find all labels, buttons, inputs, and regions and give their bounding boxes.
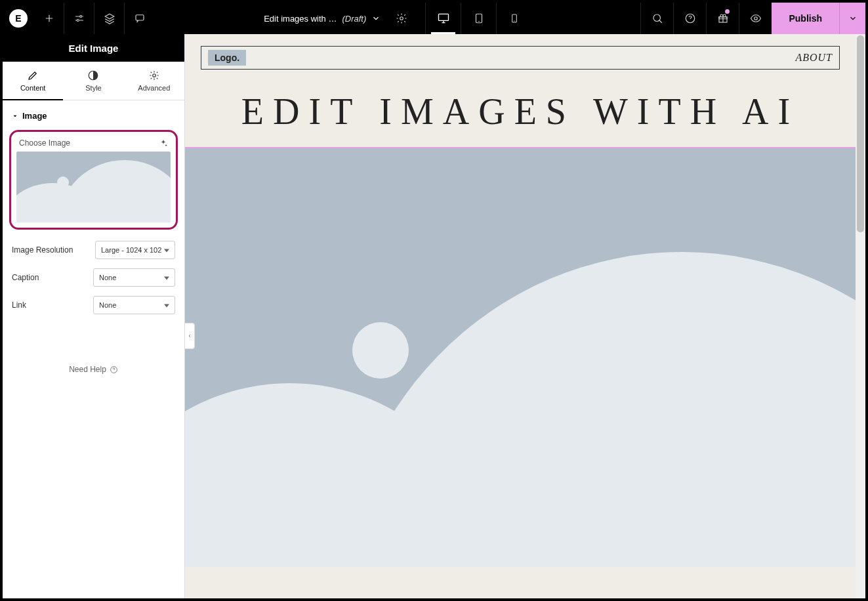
link-select[interactable]: None [93,296,175,314]
notes-button[interactable] [125,3,155,34]
image-widget[interactable] [185,147,856,567]
gear-icon [148,70,160,81]
help-icon [684,12,696,24]
resolution-select[interactable]: Large - 1024 x 102 [95,241,175,259]
canvas[interactable]: Logo. ABOUT EDIT IMAGES WITH AI [185,34,856,598]
sidebar-header: Edit Image [3,34,184,62]
chevron-left-icon [187,333,192,339]
hero-title[interactable]: EDIT IMAGES WITH AI [185,91,856,133]
mobile-icon [509,13,520,24]
plus-icon [43,12,55,24]
page-title: Edit images with … [264,14,337,24]
choose-image-label: Choose Image [19,138,70,148]
device-desktop[interactable] [425,3,461,34]
search-icon [651,12,663,24]
settings-button[interactable] [64,3,94,34]
svg-point-0 [79,16,81,18]
publish-button[interactable]: Publish [772,3,839,34]
preview-button[interactable] [739,3,772,34]
image-placeholder[interactable] [16,152,171,222]
chevron-down-icon [371,14,381,23]
chat-icon [134,12,146,24]
sliders-icon [73,12,85,24]
publish-options[interactable] [839,3,865,34]
about-link[interactable]: ABOUT [795,52,833,64]
caption-label: Caption [12,273,93,282]
page-title-group[interactable]: Edit images with … (Draft) [264,14,381,24]
collapse-sidebar-handle[interactable] [185,323,195,349]
gear-icon [396,12,407,24]
resolution-label: Image Resolution [12,245,95,255]
svg-point-1 [77,20,79,22]
tab-advanced[interactable]: Advanced [124,62,184,100]
tablet-icon [473,12,485,24]
desktop-icon [437,12,450,25]
need-help-link[interactable]: Need Help [3,365,184,374]
tab-content[interactable]: Content [3,62,63,100]
pencil-icon [27,70,39,81]
svg-point-7 [653,14,661,22]
device-tablet[interactable] [461,3,496,34]
scrollbar[interactable] [856,34,865,598]
section-image-header[interactable]: Image [12,111,175,121]
add-button[interactable] [34,3,64,34]
contrast-icon [87,70,99,81]
draft-label: (Draft) [342,14,366,24]
structure-button[interactable] [94,3,125,34]
ai-sparkle-icon[interactable] [159,138,168,148]
help-icon [110,365,118,374]
page-settings-button[interactable] [386,3,417,34]
sidebar-tabs: Content Style Advanced [3,62,184,100]
site-logo[interactable]: Logo. [208,50,246,66]
eye-icon [750,12,762,24]
svg-point-3 [400,17,403,20]
link-label: Link [12,300,93,310]
svg-rect-4 [438,14,448,20]
svg-rect-2 [136,15,144,20]
svg-point-12 [153,74,156,77]
elementor-logo[interactable]: E [3,3,34,34]
layers-icon [104,12,115,24]
sidebar: Edit Image Content Style Advanced [3,34,185,598]
chevron-down-icon [848,14,858,23]
caret-down-icon [12,113,18,119]
help-button[interactable] [673,3,706,34]
search-button[interactable] [640,3,673,34]
caption-select[interactable]: None [93,268,175,287]
tab-style[interactable]: Style [63,62,123,100]
gift-icon [717,12,729,24]
gift-dot [725,9,730,14]
svg-point-10 [754,17,758,20]
device-mobile[interactable] [496,3,531,34]
site-header[interactable]: Logo. ABOUT [201,46,840,70]
canvas-wrap: Logo. ABOUT EDIT IMAGES WITH AI [185,34,865,598]
scrollbar-thumb[interactable] [857,35,864,232]
topbar: E Edit images with … (Draft) [3,3,865,34]
gift-button[interactable] [706,3,739,34]
choose-image-box: Choose Image [9,130,178,230]
